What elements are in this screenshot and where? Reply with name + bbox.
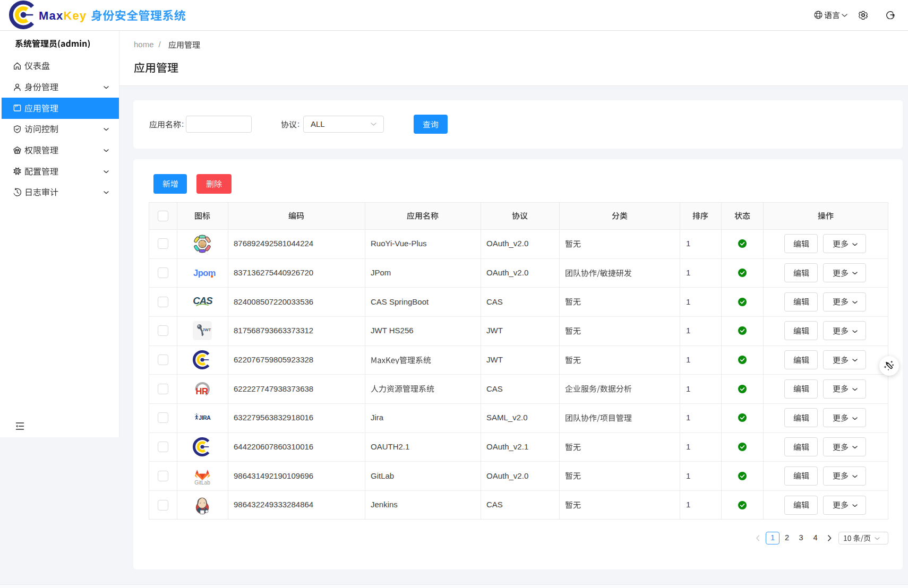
svg-text:JIRA: JIRA: [199, 415, 211, 421]
svg-text:GitLab: GitLab: [194, 479, 210, 485]
svg-text:HR: HR: [196, 386, 208, 395]
svg-text:JWT: JWT: [202, 327, 211, 332]
